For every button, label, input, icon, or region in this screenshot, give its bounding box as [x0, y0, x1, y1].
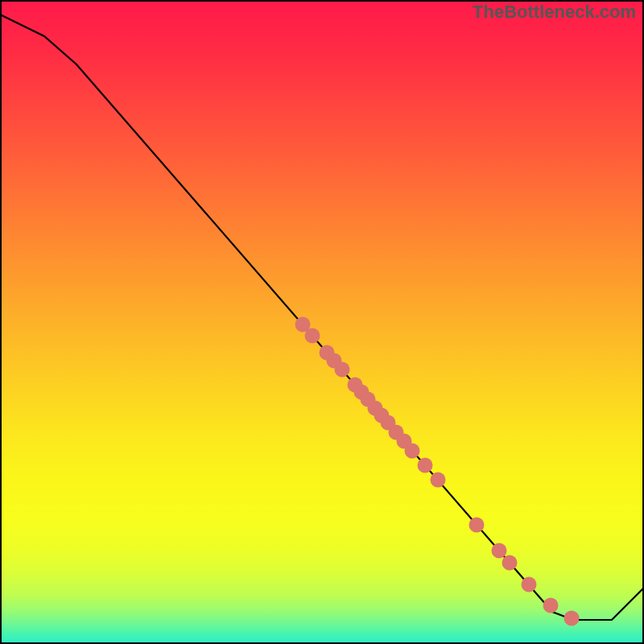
data-point	[405, 444, 420, 459]
plot-overlay	[0, 0, 644, 644]
data-point	[543, 598, 559, 613]
watermark-text: TheBottleneck.com	[473, 2, 636, 23]
data-point	[522, 577, 537, 592]
chart-border	[1, 1, 643, 643]
performance-curve	[0, 14, 644, 620]
bottleneck-chart: TheBottleneck.com	[0, 0, 644, 644]
data-point	[469, 518, 485, 533]
data-points	[295, 317, 580, 626]
data-point	[564, 611, 580, 626]
data-point	[305, 328, 320, 344]
data-point	[431, 473, 446, 488]
data-point	[418, 458, 433, 473]
data-point	[492, 543, 507, 559]
data-point	[335, 362, 350, 378]
data-point	[502, 555, 518, 571]
